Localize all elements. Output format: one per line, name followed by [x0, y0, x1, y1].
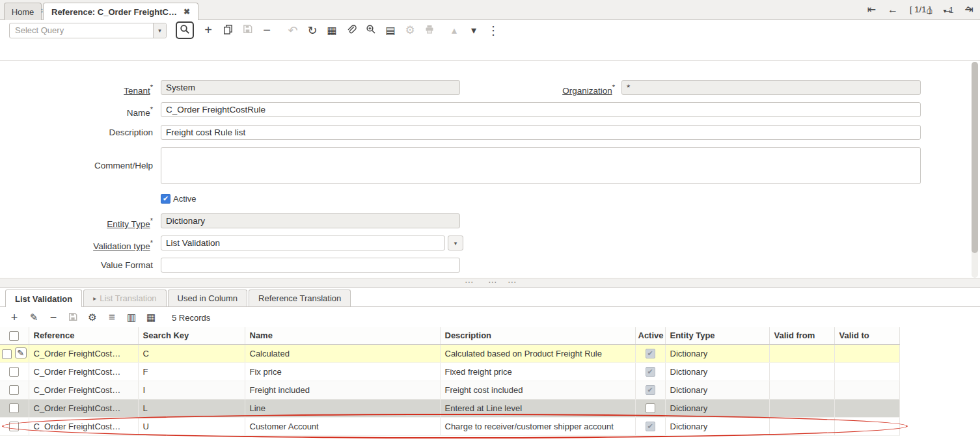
- splitter-grip: ⋯: [488, 276, 498, 287]
- splitter-grip: ⋯: [508, 276, 518, 287]
- col-description[interactable]: Description: [440, 327, 635, 344]
- tab-list-translation[interactable]: ▸ List Translation: [83, 290, 166, 306]
- required-marker: *: [150, 239, 153, 247]
- scrollbar-thumb[interactable]: [972, 62, 978, 253]
- col-reference[interactable]: Reference: [29, 327, 138, 344]
- vertical-scrollbar[interactable]: [972, 62, 978, 278]
- chat-button[interactable]: ▤: [382, 22, 399, 39]
- parent-record-button[interactable]: ▴: [446, 22, 463, 39]
- chat-icon: ▤: [385, 24, 395, 36]
- plus-icon: +: [204, 23, 212, 38]
- validation-type-field[interactable]: [161, 236, 445, 250]
- value-format-field[interactable]: [161, 258, 460, 273]
- col-active[interactable]: Active: [635, 327, 665, 344]
- active-readonly-checkbox: ✔: [646, 367, 655, 377]
- tenant-label: Tenant*: [39, 80, 153, 98]
- home-icon[interactable]: ⌂: [926, 4, 932, 17]
- delete-record-button[interactable]: −: [258, 22, 275, 39]
- grid-icon: ▦: [146, 312, 156, 323]
- row-select-checkbox[interactable]: [9, 403, 19, 413]
- window-count-selector[interactable]: ▾ 1: [944, 5, 954, 15]
- col-entity-type[interactable]: Entity Type: [665, 327, 769, 344]
- active-label: Active: [173, 194, 196, 204]
- row-select-checkbox[interactable]: [2, 349, 12, 359]
- record-count: 5 Records: [172, 313, 210, 323]
- comment-help-field[interactable]: [161, 147, 921, 184]
- row-select-checkbox[interactable]: [9, 422, 19, 431]
- first-record-icon[interactable]: ⇤: [867, 3, 876, 16]
- tab-reference-translation[interactable]: Reference Translation: [249, 290, 351, 306]
- plus-icon: +: [11, 311, 18, 325]
- arrow-up-icon: ▴: [452, 24, 457, 36]
- organization-field: *: [621, 80, 921, 95]
- tab-reference[interactable]: Reference: C_Order FreightC… ✖: [43, 3, 198, 20]
- active-readonly-checkbox: ✔: [646, 349, 655, 358]
- active-checkbox[interactable]: ✔: [161, 194, 170, 204]
- select-all-checkbox[interactable]: [9, 331, 19, 341]
- required-marker: *: [612, 83, 615, 91]
- chevron-down-icon[interactable]: ▾: [153, 23, 166, 38]
- panel-splitter[interactable]: ⋯ ⋯ ⋯: [0, 278, 980, 288]
- col-valid-from[interactable]: Valid from: [769, 327, 834, 344]
- tab-home-label: Home: [12, 7, 34, 17]
- row-select-checkbox[interactable]: [9, 367, 19, 377]
- collapse-icon[interactable]: ⌃: [964, 5, 972, 16]
- refresh-button[interactable]: ↻: [304, 22, 321, 39]
- tab-reference-label: Reference: C_Order FreightC…: [51, 7, 177, 17]
- find-record-button[interactable]: [176, 21, 194, 39]
- previous-record-icon[interactable]: ←: [888, 4, 898, 16]
- cell-reference: C_Order FreightCost…: [29, 399, 138, 417]
- detail-delete-button[interactable]: −: [47, 311, 60, 324]
- name-field[interactable]: [161, 102, 921, 117]
- table-row[interactable]: C_Order FreightCost… L Line Entered at L…: [0, 399, 899, 417]
- copy-record-button[interactable]: [219, 22, 236, 39]
- detail-edit-button[interactable]: ✎: [27, 311, 40, 324]
- cell-name: Calculated: [245, 344, 440, 362]
- detail-new-button[interactable]: +: [8, 311, 21, 324]
- validation-type-dropdown-button[interactable]: ▾: [448, 236, 463, 250]
- table-row[interactable]: C_Order FreightCost… I Freight included …: [0, 381, 899, 399]
- detail-process-button[interactable]: ⚙: [86, 311, 99, 324]
- col-search-key[interactable]: Search Key: [138, 327, 245, 344]
- tab-list-validation[interactable]: List Validation: [5, 290, 82, 307]
- tab-home[interactable]: Home: [4, 3, 42, 20]
- row-select-checkbox[interactable]: [9, 385, 19, 395]
- save-button[interactable]: [239, 22, 256, 39]
- zoom-across-button[interactable]: [362, 22, 379, 39]
- detail-columns-button[interactable]: ▥: [125, 311, 138, 324]
- undo-button[interactable]: ↶: [284, 22, 301, 39]
- header-row: [0, 40, 980, 61]
- description-field[interactable]: [161, 125, 921, 140]
- list-validation-table: Reference Search Key Name Description Ac…: [0, 327, 900, 436]
- cell-search-key: L: [138, 399, 245, 417]
- detail-grid-button[interactable]: ▦: [144, 311, 157, 324]
- print-button[interactable]: [421, 22, 438, 39]
- table-row[interactable]: C_Order FreightCost… U Customer Account …: [0, 417, 899, 435]
- detail-list-view-button[interactable]: ≡: [105, 311, 118, 324]
- cell-reference: C_Order FreightCost…: [29, 344, 138, 362]
- col-name[interactable]: Name: [245, 327, 440, 344]
- printer-icon: [424, 24, 435, 37]
- minus-icon: −: [263, 23, 271, 38]
- grid-toggle-button[interactable]: ▦: [323, 22, 340, 39]
- cell-valid-from: [769, 381, 834, 399]
- attachment-button[interactable]: [343, 22, 360, 39]
- kebab-menu-icon: ⋮: [487, 23, 499, 38]
- select-query-combobox[interactable]: Select Query ▾: [9, 23, 167, 38]
- tab-used-in-column[interactable]: Used in Column: [168, 290, 248, 306]
- detail-save-button[interactable]: [66, 311, 79, 324]
- more-options-button[interactable]: ⋮: [485, 22, 502, 39]
- organization-label: Organization*: [463, 80, 615, 98]
- table-row[interactable]: C_Order FreightCost… F Fix price Fixed f…: [0, 362, 899, 381]
- zoom-icon: [366, 24, 376, 37]
- process-button[interactable]: ⚙: [402, 22, 418, 39]
- table-row[interactable]: ✎ C_Order FreightCost… C Calculated Calc…: [0, 344, 899, 362]
- undo-icon: ↶: [288, 23, 297, 38]
- detail-record-button[interactable]: ▾: [465, 22, 482, 39]
- col-valid-to[interactable]: Valid to: [834, 327, 899, 344]
- cell-entity-type: Dictionary: [665, 381, 769, 399]
- new-record-button[interactable]: +: [200, 22, 217, 39]
- row-edit-icon[interactable]: ✎: [15, 347, 27, 358]
- cell-name: Freight included: [245, 381, 440, 399]
- close-icon[interactable]: ✖: [184, 7, 190, 16]
